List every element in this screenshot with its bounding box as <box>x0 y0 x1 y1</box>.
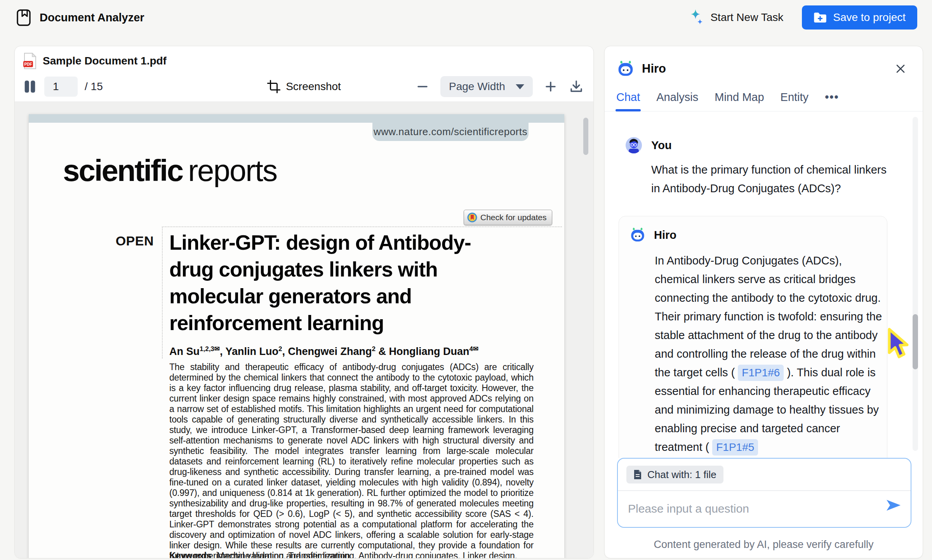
start-new-task-label: Start New Task <box>710 11 783 24</box>
paper-title: Linker-GPT: design of Antibody- drug con… <box>169 229 471 336</box>
app-title: Document Analyzer <box>40 11 144 24</box>
topbar: Document Analyzer Start New Task <box>0 0 932 35</box>
zoom-out-button[interactable] <box>416 80 429 94</box>
check-for-updates-badge[interactable]: Check for updates <box>464 210 552 225</box>
assistant-name: Hiro <box>642 62 666 76</box>
document-header: PDF Sample Document 1.pdf <box>15 46 593 72</box>
tab-mind-map[interactable]: Mind Map <box>715 83 764 111</box>
assistant-message-name: Hiro <box>654 229 676 242</box>
zoom-mode-value: Page Width <box>449 80 505 93</box>
user-message: You What is the primary function of chem… <box>626 137 892 198</box>
save-to-project-button[interactable]: Save to project <box>802 5 917 30</box>
send-button[interactable] <box>885 497 902 513</box>
journal-logo: scientificreports <box>63 153 277 188</box>
svg-text:PDF: PDF <box>24 62 32 66</box>
user-avatar <box>626 137 642 153</box>
chat-composer: Chat with: 1 file <box>617 458 911 528</box>
pdf-file-icon: PDF <box>23 52 37 70</box>
folder-plus-icon <box>814 12 827 23</box>
dotted-divider-vertical <box>162 226 163 358</box>
app-logo-icon <box>15 9 33 26</box>
assistant-panel: Hiro Chat Analysis Mind Map Entity ••• <box>604 46 923 558</box>
assistant-header: Hiro <box>605 46 923 83</box>
hiro-robot-icon <box>617 60 634 77</box>
file-doc-icon <box>633 469 642 480</box>
download-button[interactable] <box>569 79 584 94</box>
question-input[interactable] <box>628 496 869 522</box>
sparkle-icon <box>689 9 705 26</box>
ai-disclaimer: Content generated by AI, please verify c… <box>605 539 923 551</box>
start-new-task-button[interactable]: Start New Task <box>689 9 783 26</box>
user-question: What is the primary function of chemical… <box>651 160 894 198</box>
pdf-page: www.nature.com/scientificreports scienti… <box>29 114 564 558</box>
screenshot-button[interactable]: Screenshot <box>286 80 341 93</box>
hiro-robot-icon <box>630 227 645 243</box>
zoom-mode-select[interactable]: Page Width <box>440 76 533 97</box>
user-name: You <box>651 139 672 152</box>
chat-scrollbar-track[interactable] <box>913 117 918 451</box>
paper-keywords: KeywordsMachine learning, Transfer learn… <box>169 551 558 558</box>
save-to-project-label: Save to project <box>833 11 906 24</box>
citation-chip[interactable]: F1P1#6 <box>738 365 784 381</box>
citation-chip[interactable]: F1P1#5 <box>712 439 758 456</box>
dotted-divider <box>162 226 562 227</box>
journal-url-tab: www.nature.com/scientificreports <box>372 123 529 141</box>
viewer-toolbar: / 15 Screenshot Page Width <box>15 72 593 101</box>
paper-abstract: The stability and therapeutic efficacy o… <box>169 362 534 558</box>
assistant-tabs: Chat Analysis Mind Map Entity ••• <box>605 83 923 111</box>
chat-context-chip[interactable]: Chat with: 1 file <box>626 466 723 483</box>
assistant-answer: In Antibody-Drug Conjugates (ADCs), chem… <box>655 251 883 456</box>
document-filename: Sample Document 1.pdf <box>43 55 167 67</box>
tab-chat[interactable]: Chat <box>616 83 640 111</box>
pdf-viewer-area: www.nature.com/scientificreports scienti… <box>15 101 593 558</box>
tab-analysis[interactable]: Analysis <box>656 83 698 111</box>
chat-message-list: You What is the primary function of chem… <box>605 111 923 458</box>
document-viewer-panel: PDF Sample Document 1.pdf / 15 Scr <box>14 46 594 558</box>
chevron-down-icon <box>516 84 524 89</box>
page-top-band <box>29 114 564 123</box>
thumbnails-panel-button[interactable] <box>23 79 37 94</box>
crop-icon <box>267 80 280 93</box>
close-panel-button[interactable] <box>892 61 909 77</box>
tab-entity[interactable]: Entity <box>781 83 809 111</box>
assistant-message: Hiro In Antibody-Drug Conjugates (ADCs),… <box>619 216 887 458</box>
paper-authors: An Su1,2,3✉, Yanlin Luo2, Chengwei Zhang… <box>169 345 478 358</box>
page-total-label: / 15 <box>85 80 103 93</box>
open-access-label: OPEN <box>111 233 154 249</box>
tabs-more-button[interactable]: ••• <box>825 83 839 111</box>
zoom-in-button[interactable] <box>544 80 558 94</box>
update-badge-icon <box>467 212 477 223</box>
page-number-input[interactable] <box>44 77 78 97</box>
chat-scrollbar-thumb[interactable] <box>913 314 918 369</box>
composer-divider <box>618 490 911 491</box>
viewer-scrollbar-thumb[interactable] <box>583 118 588 155</box>
